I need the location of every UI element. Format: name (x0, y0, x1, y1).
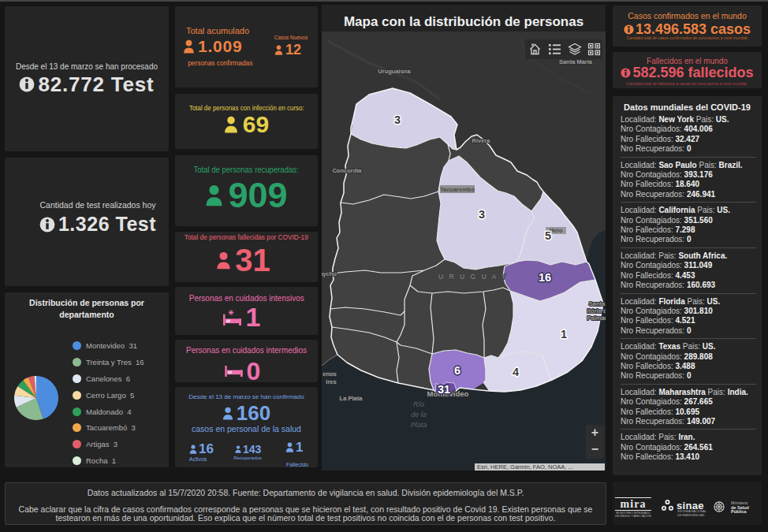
svg-text:1: 1 (561, 328, 567, 340)
svg-text:Rivera: Rivera (472, 137, 491, 144)
svg-text:Santa: Santa (589, 300, 606, 307)
svg-text:Uruguaisna: Uruguaisna (378, 68, 411, 75)
svg-text:itória d: itória d (587, 307, 606, 314)
svg-text:aychú: aychú (322, 270, 337, 277)
svg-text:Plata: Plata (411, 421, 427, 429)
svg-text:6: 6 (454, 364, 460, 377)
svg-text:4: 4 (513, 366, 519, 378)
svg-text:La Plata: La Plata (340, 395, 363, 402)
svg-text:Concordia: Concordia (332, 167, 362, 174)
svg-text:Melo: Melo (549, 227, 563, 234)
svg-text:16: 16 (539, 271, 551, 284)
svg-text:Santa Maria: Santa Maria (559, 58, 593, 65)
svg-text:Palmar: Palmar (587, 314, 606, 322)
svg-text:3: 3 (479, 208, 485, 221)
svg-text:enos: enos (322, 370, 337, 378)
svg-text:5: 5 (545, 229, 551, 242)
svg-text:U R U G U A Y: U R U G U A Y (438, 273, 508, 281)
svg-text:Río: Río (413, 400, 424, 408)
svg-text:Tacuarembó: Tacuarembó (440, 186, 475, 193)
svg-text:31: 31 (438, 383, 450, 396)
svg-text:de la: de la (411, 411, 427, 419)
svg-text:3: 3 (394, 113, 401, 126)
svg-text:ires: ires (326, 378, 336, 385)
